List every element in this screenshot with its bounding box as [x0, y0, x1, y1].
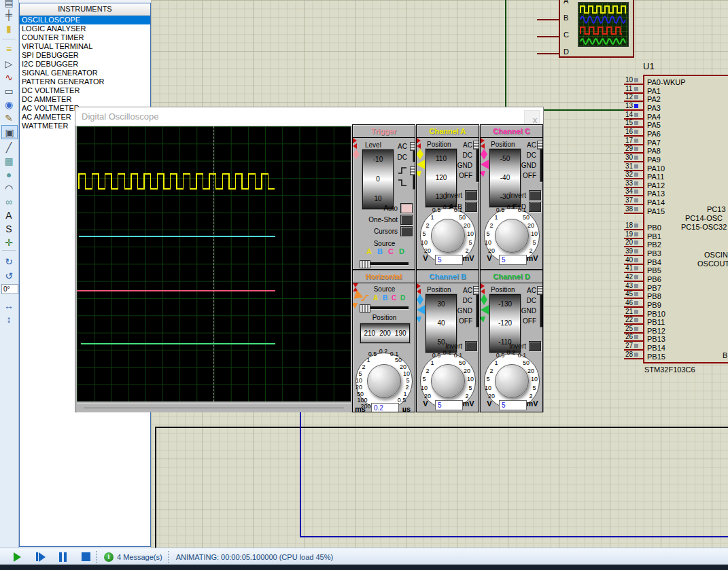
- display-scrollbar[interactable]: [77, 403, 351, 412]
- generator-icon[interactable]: ◉: [1, 98, 16, 111]
- knob-unit-right: mV: [462, 255, 474, 262]
- probe-pin-stub[interactable]: [537, 36, 559, 37]
- source-channel-b: B: [383, 294, 387, 302]
- probe-pin-stub[interactable]: [537, 19, 559, 20]
- channel-a-gain-pointer-icon: [417, 160, 425, 169]
- pin-state-indicator: [634, 121, 638, 125]
- instrument-item-spi-debugger[interactable]: SPI DEBUGGER: [20, 51, 150, 60]
- path-icon[interactable]: ∞: [1, 195, 16, 208]
- knob-scale-tick: 2: [489, 368, 493, 374]
- instrument-item-dc-ammeter[interactable]: DC AMMETER: [20, 95, 150, 104]
- stop-button[interactable]: [82, 552, 90, 561]
- chip-pin-stub[interactable]: [624, 213, 643, 214]
- knob-unit-left: V: [487, 255, 491, 262]
- pause-button[interactable]: [59, 552, 67, 562]
- invert-button[interactable]: [529, 341, 541, 351]
- knob-scale-tick: 0.1: [454, 207, 463, 213]
- instrument-item-oscilloscope[interactable]: OSCILLOSCOPE: [20, 16, 150, 24]
- chip-pin-number: 19: [625, 230, 633, 238]
- channel-c-gain-pointer-small-icon: [481, 168, 487, 177]
- chip-pin-label-pa0-wkup: PA0-WKUP: [647, 79, 686, 86]
- probe-pin-stub[interactable]: [537, 53, 559, 54]
- combine-button[interactable]: [465, 202, 477, 212]
- trigger-cursors-label: Cursors: [365, 228, 398, 235]
- knob-scale-tick: 2: [362, 364, 365, 370]
- probe-icon[interactable]: ✎: [1, 111, 16, 124]
- knob-unit-right: mV: [526, 255, 538, 262]
- trigger-edge-handle[interactable]: [410, 166, 415, 175]
- chip-pin-label-pa6: PA6: [647, 130, 661, 138]
- source-channel-d: D: [399, 248, 404, 255]
- circle-icon[interactable]: ●: [1, 168, 16, 181]
- flip-h-icon[interactable]: ↔: [1, 299, 16, 312]
- channel-b-gain-pointer-icon: [417, 305, 425, 315]
- invert-button[interactable]: [529, 190, 541, 200]
- messages-count[interactable]: 4 Message(s): [117, 553, 162, 561]
- wire-pa3-green[interactable]: [532, 109, 629, 111]
- symbol-icon[interactable]: S: [1, 222, 16, 235]
- channel-c-coupling-switch-handle[interactable]: [537, 141, 542, 149]
- channel-b-coupling-switch-handle[interactable]: [473, 286, 479, 295]
- knob-unit-right: mV: [526, 400, 538, 408]
- step-button[interactable]: [36, 552, 46, 562]
- chip-pin-number: 26: [625, 333, 633, 340]
- coupling-label-ac: AC: [455, 287, 472, 294]
- horizontal-position-dial[interactable]: 210200190: [360, 323, 410, 343]
- flip-v-icon[interactable]: ↕: [1, 313, 16, 325]
- instrument-item-i2c-debugger[interactable]: I2C DEBUGGER: [20, 60, 150, 69]
- wire-horizontal-black[interactable]: [155, 427, 728, 428]
- combine-button[interactable]: [529, 202, 541, 212]
- rotation-angle-input[interactable]: 0°: [1, 284, 18, 294]
- source-channel-c: C: [388, 248, 394, 255]
- channel-d-coupling-switch-handle[interactable]: [537, 286, 542, 295]
- chip-pin-stub[interactable]: [624, 358, 643, 359]
- text-icon[interactable]: A: [1, 209, 16, 221]
- line-icon[interactable]: ╱: [1, 141, 16, 154]
- coupling-label-ac: AC: [519, 141, 536, 149]
- chip-pin-number: 34: [625, 188, 633, 195]
- marker-icon[interactable]: ✛: [1, 236, 16, 249]
- component-icon[interactable]: ▮: [1, 22, 16, 35]
- chip-pin-label-pb0: PB0: [647, 224, 661, 232]
- channel-a-coupling-switch-handle[interactable]: [473, 141, 479, 149]
- close-button[interactable]: x: [524, 110, 540, 124]
- chip-pin-number: 28: [625, 351, 633, 358]
- instrument-item-signal-generator[interactable]: SIGNAL GENERATOR: [20, 69, 150, 77]
- arc-icon[interactable]: ◠: [1, 181, 16, 194]
- instrument-item-virtual-terminal[interactable]: VIRTUAL TERMINAL: [20, 42, 150, 51]
- trigger-one-shot-button[interactable]: [400, 215, 413, 225]
- knob-scale-tick: 2: [489, 223, 493, 229]
- screen-icon[interactable]: ▭: [1, 84, 16, 97]
- knob-scale-tick: 0.5: [496, 207, 505, 213]
- invert-button[interactable]: [465, 341, 477, 351]
- trigger-one-shot-label: One-Shot: [365, 216, 398, 224]
- rotate-cw-icon[interactable]: ↻: [1, 255, 16, 268]
- gate-icon[interactable]: ▷: [1, 57, 16, 70]
- channel-d-gain-knob-shine: [499, 368, 515, 384]
- horizontal-source-slider-handle[interactable]: [360, 304, 370, 313]
- instrument-item-logic-analyser[interactable]: LOGIC ANALYSER: [20, 24, 150, 33]
- instrument-item-dc-voltmeter[interactable]: DC VOLTMETER: [20, 86, 150, 95]
- device-pin-icon[interactable]: ╪: [1, 8, 16, 21]
- wire-vertical-black[interactable]: [155, 427, 156, 548]
- trigger-auto-button[interactable]: [400, 203, 413, 213]
- pin-state-indicator: [634, 164, 638, 168]
- graph-mode-icon[interactable]: ∿: [1, 71, 16, 84]
- trigger-level-dial[interactable]: -10010: [362, 149, 394, 209]
- trigger-source-slider-handle[interactable]: [360, 260, 370, 268]
- instrument-item-counter-timer[interactable]: COUNTER TIMER: [20, 33, 150, 42]
- box-icon[interactable]: ▩: [1, 154, 16, 167]
- window-titlebar[interactable]: Digital Oscilloscope x: [75, 107, 543, 126]
- trigger-coupling-handle[interactable]: [410, 142, 415, 151]
- play-button[interactable]: [14, 552, 21, 562]
- rotate-ccw-icon[interactable]: ↺: [1, 269, 16, 282]
- channel-c-gain-pointer-icon: [481, 160, 489, 169]
- instrument-item-pattern-generator[interactable]: PATTERN GENERATOR: [20, 77, 150, 86]
- timebase-pointer-small-icon: [353, 300, 360, 309]
- wire-vertical-green[interactable]: [505, 0, 506, 107]
- invert-button[interactable]: [465, 190, 477, 200]
- bus-icon[interactable]: ≡: [1, 42, 16, 55]
- source-channel-a: A: [366, 248, 372, 255]
- trigger-cursors-button[interactable]: [400, 226, 413, 236]
- pin-state-indicator: [634, 292, 638, 296]
